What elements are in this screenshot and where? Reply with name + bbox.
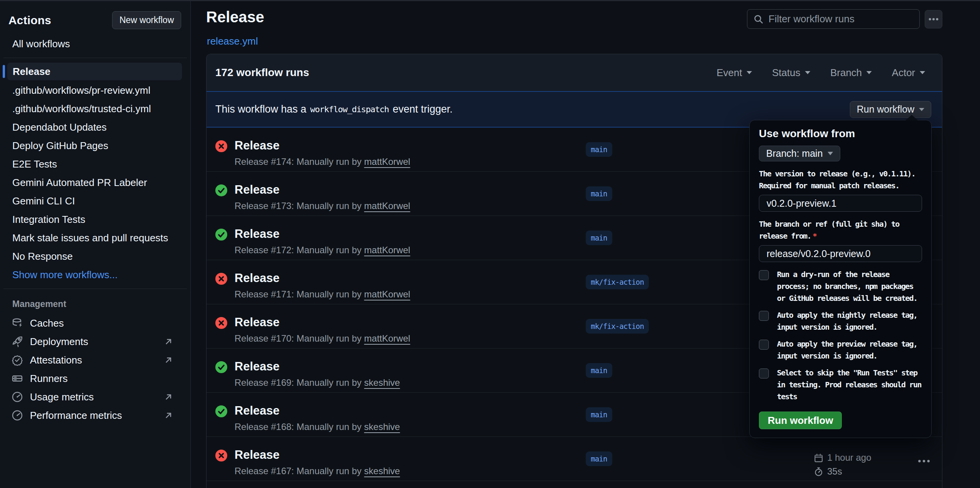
checkbox-label: Run a dry-run of the release process; no… <box>777 269 922 304</box>
workflow-list: Release .github/workflows/pr-review.yml … <box>0 63 190 266</box>
sidebar-workflow-item[interactable]: E2E Tests <box>0 155 190 173</box>
branch-badge[interactable]: main <box>586 142 612 157</box>
page-title: Release <box>206 8 264 26</box>
run-title-link[interactable]: Release <box>235 227 279 241</box>
run-actor-link[interactable]: mattKorwel <box>364 201 410 211</box>
runs-filter-dropdown[interactable]: Event <box>717 67 752 79</box>
ref-input[interactable] <box>759 245 922 262</box>
branch-selector-button[interactable]: Branch: main <box>759 146 840 161</box>
workflow-item-label: Gemini CLI CI <box>12 195 75 207</box>
sidebar-workflow-item[interactable]: No Response <box>0 247 190 266</box>
run-description: Release #172: Manually run by mattKorwel <box>235 245 410 256</box>
run-options-kebab-button[interactable] <box>917 458 930 465</box>
workflow-file-link[interactable]: release.yml <box>207 35 258 47</box>
run-status-icon <box>215 229 227 241</box>
run-description: Release #169: Manually run by skeshive <box>235 377 400 388</box>
stopwatch-icon <box>814 467 823 476</box>
workflow-run-row: Release Release #167: Manually run by sk… <box>207 437 942 481</box>
runs-filter-dropdown[interactable]: Actor <box>892 67 925 79</box>
workflow-item-label: .github/workflows/trusted-ci.yml <box>12 103 151 115</box>
sidebar-workflow-item[interactable]: Mark stale issues and pull requests <box>0 229 190 247</box>
sidebar-workflow-item[interactable]: Gemini CLI CI <box>0 192 190 210</box>
chevron-down-icon <box>805 71 810 74</box>
show-more-workflows-link[interactable]: Show more workflows... <box>0 266 190 284</box>
runs-filter-dropdown[interactable]: Branch <box>830 67 872 79</box>
sidebar-workflow-item[interactable]: Deploy GitHub Pages <box>0 136 190 155</box>
chevron-down-icon <box>920 71 925 74</box>
management-item[interactable]: Caches <box>0 314 190 332</box>
run-workflow-dropdown-button[interactable]: Run workflow <box>850 101 931 118</box>
checkbox[interactable] <box>759 270 769 280</box>
management-item[interactable]: Performance metrics <box>0 406 190 425</box>
panel-checkbox-row: Select to skip the "Run Tests" step in t… <box>759 367 922 403</box>
sidebar-workflow-item[interactable]: Integration Tests <box>0 210 190 229</box>
run-actor-link[interactable]: skeshive <box>364 422 400 432</box>
branch-badge[interactable]: main <box>586 231 612 245</box>
sidebar-workflow-item[interactable]: Gemini Automated PR Labeler <box>0 173 190 192</box>
workflow-item-label: Mark stale issues and pull requests <box>12 232 168 244</box>
version-input[interactable] <box>759 195 922 212</box>
sidebar-item-all-workflows[interactable]: All workflows <box>0 35 190 53</box>
meter-icon <box>12 410 23 421</box>
run-meta: 1 hour ago 35s <box>814 452 871 477</box>
runs-filter-bar: Event Status Branch Actor <box>717 67 925 79</box>
run-actor-link[interactable]: skeshive <box>364 377 400 388</box>
branch-badge[interactable]: mk/fix-action <box>586 319 649 334</box>
search-icon <box>754 14 764 24</box>
branch-badge[interactable]: main <box>586 407 612 422</box>
selected-indicator-bar <box>3 65 5 78</box>
branch-badge[interactable]: main <box>586 186 612 201</box>
sidebar-divider <box>3 58 187 58</box>
sidebar-workflow-item[interactable]: .github/workflows/pr-review.yml <box>0 81 190 100</box>
run-title-link[interactable]: Release <box>235 448 279 462</box>
failure-icon <box>215 273 227 285</box>
success-icon <box>215 361 227 373</box>
external-link-icon <box>164 392 174 402</box>
run-actor-link[interactable]: mattKorwel <box>364 333 410 344</box>
checkbox[interactable] <box>759 340 769 350</box>
checkbox-label: Auto apply the nightly release tag, inpu… <box>777 309 922 333</box>
sidebar-workflow-item[interactable]: Dependabot Updates <box>0 118 190 136</box>
run-actor-link[interactable]: mattKorwel <box>364 289 410 299</box>
checkbox[interactable] <box>759 368 769 378</box>
workflow-item-label: No Response <box>12 251 73 262</box>
branch-badge[interactable]: mk/fix-action <box>586 275 649 289</box>
run-actor-link[interactable]: mattKorwel <box>364 245 410 255</box>
run-title-link[interactable]: Release <box>235 360 279 373</box>
run-title-link[interactable]: Release <box>235 271 279 285</box>
run-title-link[interactable]: Release <box>235 315 279 329</box>
management-item[interactable]: Usage metrics <box>0 388 190 406</box>
run-workflow-panel: Use workflow from Branch: main The versi… <box>749 120 932 438</box>
runs-filter-dropdown[interactable]: Status <box>772 67 810 79</box>
new-workflow-button[interactable]: New workflow <box>112 11 181 29</box>
management-item[interactable]: Deployments <box>0 332 190 351</box>
run-description-text: Release #169: Manually run by <box>235 377 362 388</box>
run-actor-link[interactable]: skeshive <box>364 466 400 476</box>
failure-icon <box>215 317 227 329</box>
branch-badge[interactable]: main <box>586 363 612 378</box>
checkbox-label: Auto apply the preview release tag, inpu… <box>777 338 922 362</box>
run-title-link[interactable]: Release <box>235 183 279 197</box>
runs-list-header: 172 workflow runs Event Status Branch Ac… <box>207 54 942 91</box>
workflow-options-kebab-button[interactable] <box>925 10 942 28</box>
kebab-icon <box>917 458 930 464</box>
checkbox[interactable] <box>759 311 769 321</box>
management-list: Caches Deployments Attestations Runners … <box>0 314 190 425</box>
branch-badge[interactable]: main <box>586 451 612 466</box>
search-input[interactable] <box>768 13 913 25</box>
run-actor-link[interactable]: mattKorwel <box>364 156 410 167</box>
run-workflow-submit-button[interactable]: Run workflow <box>759 412 842 429</box>
panel-checkbox-list: Run a dry-run of the release process; no… <box>759 269 922 403</box>
run-description: Release #174: Manually run by mattKorwel <box>235 156 410 167</box>
management-item[interactable]: Runners <box>0 369 190 388</box>
banner-text-suffix: event trigger. <box>393 103 453 115</box>
sidebar-workflow-item[interactable]: .github/workflows/trusted-ci.yml <box>0 100 190 118</box>
sidebar-workflow-item[interactable]: Release <box>7 63 182 80</box>
kebab-icon <box>928 13 939 25</box>
run-title-link[interactable]: Release <box>235 404 279 418</box>
run-title-link[interactable]: Release <box>235 139 279 153</box>
meter-icon <box>12 391 23 403</box>
management-item[interactable]: Attestations <box>0 351 190 369</box>
run-description-text: Release #172: Manually run by <box>235 245 362 255</box>
management-section-label: Management <box>0 294 190 314</box>
